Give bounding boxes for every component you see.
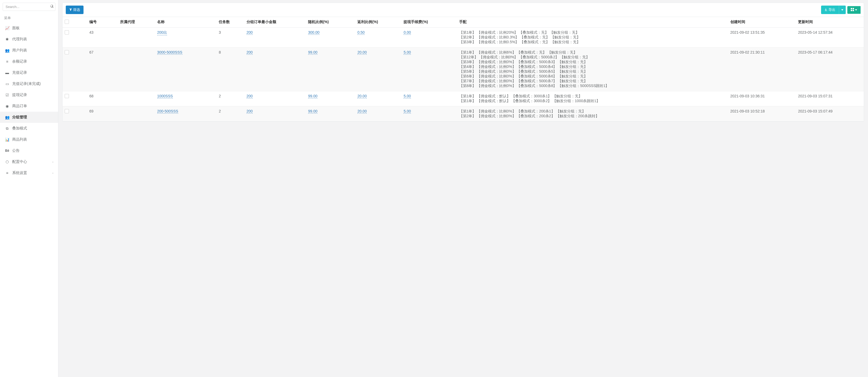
caret-down-icon xyxy=(855,9,857,10)
sidebar-item-users[interactable]: 👥 用户列表 xyxy=(0,45,58,56)
cell-name-link[interactable]: 200-500SSS xyxy=(157,109,178,114)
table-header-row: 编号 所属代理 名称 任务数 分组订单最小金额 随机比例(%) 返利比例(%) … xyxy=(63,17,864,28)
select-all-checkbox[interactable] xyxy=(65,20,69,24)
cell-min_amount-link[interactable]: 200 xyxy=(247,94,253,98)
cell-handmatch: 【第1单】 【佣金模式：比例20%】 【叠加模式：无】 【触发分组：无】 【第2… xyxy=(457,28,728,48)
export-dropdown-toggle[interactable] xyxy=(839,6,846,14)
sidebar-item-overlay[interactable]: ⧉ 叠加模式 xyxy=(0,123,58,134)
cell-random_pct-link[interactable]: 99.00 xyxy=(308,50,317,55)
svg-rect-3 xyxy=(852,10,854,11)
row-checkbox[interactable] xyxy=(65,30,69,34)
cell-name-link[interactable]: 200出 xyxy=(157,30,167,35)
cell-random_pct-link[interactable]: 99.00 xyxy=(308,109,317,114)
cell-fee_pct-link[interactable]: 5.00 xyxy=(404,50,411,55)
cell-created: 2021-09-03 10:36:31 xyxy=(728,91,796,106)
battery-icon: ▬ xyxy=(5,70,9,75)
sidebar-item-groups[interactable]: 👥 分组管理 xyxy=(0,112,58,123)
sidebar-item-settings[interactable]: ≡ 系统设置 ‹ xyxy=(0,167,58,178)
col-header-fee[interactable]: 提现手续费(%) xyxy=(401,17,457,28)
search-box[interactable] xyxy=(3,3,55,11)
be-icon: Bē xyxy=(5,149,9,152)
sidebar-item-dashboard[interactable]: 📈 面板 xyxy=(0,23,58,34)
cell-min_amount-link[interactable]: 200 xyxy=(247,50,253,55)
cell-tasks: 2 xyxy=(217,91,244,106)
sidebar-item-recharge[interactable]: ▬ 充值记录 xyxy=(0,67,58,78)
filter-button[interactable]: 筛选 xyxy=(66,6,84,14)
sidebar-item-label: 充值记录(未完成) xyxy=(12,82,40,86)
cell-fee_pct-link[interactable]: 5.00 xyxy=(404,94,411,98)
funnel-icon xyxy=(69,8,72,12)
sidebar-item-balance[interactable]: ≡ 余额记录 xyxy=(0,56,58,67)
sidebar-item-agents[interactable]: ✱ 代理列表 xyxy=(0,34,58,45)
col-header-handmatch[interactable]: 手配 xyxy=(457,17,728,28)
svg-rect-0 xyxy=(851,8,852,9)
sidebar-item-recharge-pending[interactable]: ▭ 充值记录(未完成) xyxy=(0,78,58,89)
sidebar-item-label: 公告 xyxy=(12,148,20,153)
sidebar-item-label: 充值记录 xyxy=(12,70,27,75)
gear-icon: ✱ xyxy=(5,37,9,41)
sidebar-item-products[interactable]: 📊 商品列表 xyxy=(0,134,58,145)
col-header-rebate[interactable]: 返利比例(%) xyxy=(355,17,401,28)
row-checkbox[interactable] xyxy=(65,94,69,98)
sidebar-item-label: 系统设置 xyxy=(12,171,27,175)
search-input[interactable] xyxy=(6,5,50,9)
cell-handmatch: 【第1单】 【佣金模式：比例6%】 【叠加模式：无】 【触发分组：无】 【第12… xyxy=(457,48,728,91)
col-header-id[interactable]: 编号 xyxy=(87,17,118,28)
col-header-agent[interactable]: 所属代理 xyxy=(118,17,155,28)
svg-rect-1 xyxy=(852,8,854,9)
sidebar-item-label: 提现记录 xyxy=(12,93,27,97)
cell-tasks: 2 xyxy=(217,106,244,121)
toolbar: 筛选 导出 xyxy=(63,3,864,17)
sidebar-item-orders[interactable]: ◉ 商品订单 xyxy=(0,100,58,112)
cell-min_amount-link[interactable]: 200 xyxy=(247,109,253,114)
cell-random_pct-link[interactable]: 99.00 xyxy=(308,94,317,98)
main-content: 筛选 导出 xyxy=(58,0,868,377)
cell-rebate_pct-link[interactable]: 20.00 xyxy=(358,94,367,98)
table-row: 69200-500SSS220099.0020.005.00【第1单】 【佣金模… xyxy=(63,106,864,121)
bars-icon: 📊 xyxy=(5,138,9,142)
cell-updated: 2021-09-03 15:07:31 xyxy=(796,91,864,106)
col-header-updated[interactable]: 更新时间 xyxy=(796,17,864,28)
row-checkbox[interactable] xyxy=(65,109,69,113)
cell-fee_pct-link[interactable]: 5.00 xyxy=(404,109,411,114)
data-panel: 筛选 导出 xyxy=(62,3,864,122)
sidebar-item-announce[interactable]: Bē 公告 xyxy=(0,145,58,156)
cell-handmatch: 【第1单】 【佣金模式：比例0%】 【叠加模式：200杀1】 【触发分组：无】 … xyxy=(457,106,728,121)
check-icon: ☑ xyxy=(5,93,9,97)
cell-name-link[interactable]: 1000SSS xyxy=(157,94,173,98)
chevron-left-icon: ‹ xyxy=(53,161,53,164)
sidebar-item-label: 商品订单 xyxy=(12,104,27,109)
col-header-random[interactable]: 随机比例(%) xyxy=(306,17,355,28)
cell-min_amount-link[interactable]: 200 xyxy=(247,30,253,35)
list-icon: ≡ xyxy=(5,59,9,64)
sidebar-item-config[interactable]: ⬡ 配置中心 ‹ xyxy=(0,156,58,167)
cell-name-link[interactable]: 3000-5000SSS xyxy=(157,50,182,55)
col-header-name[interactable]: 名称 xyxy=(155,17,217,28)
cell-random_pct-link[interactable]: 300.00 xyxy=(308,30,319,35)
chevron-left-icon: ‹ xyxy=(53,172,53,175)
filter-button-label: 筛选 xyxy=(73,7,80,12)
col-header-created[interactable]: 创建时间 xyxy=(728,17,796,28)
cell-rebate_pct-link[interactable]: 20.00 xyxy=(358,50,367,55)
row-checkbox[interactable] xyxy=(65,50,69,54)
cell-rebate_pct-link[interactable]: 20.00 xyxy=(358,109,367,114)
cell-fee_pct-link[interactable]: 0.00 xyxy=(404,30,411,35)
sidebar-item-label: 余额记录 xyxy=(12,59,27,64)
col-header-minamount[interactable]: 分组订单最小金额 xyxy=(244,17,306,28)
download-icon xyxy=(825,8,828,12)
cell-id: 68 xyxy=(87,91,118,106)
columns-button[interactable] xyxy=(847,6,861,14)
export-button[interactable]: 导出 xyxy=(821,6,839,14)
data-table: 编号 所属代理 名称 任务数 分组订单最小金额 随机比例(%) 返利比例(%) … xyxy=(63,17,864,121)
col-header-tasks[interactable]: 任务数 xyxy=(217,17,244,28)
cell-id: 69 xyxy=(87,106,118,121)
table-row: 43200出3200300.000.500.00【第1单】 【佣金模式：比例20… xyxy=(63,28,864,48)
sidebar-item-withdraw[interactable]: ☑ 提现记录 xyxy=(0,89,58,100)
folder-icon: ▭ xyxy=(5,82,9,86)
sidebar-item-label: 商品列表 xyxy=(12,137,27,142)
cell-rebate_pct-link[interactable]: 0.50 xyxy=(358,30,365,35)
chart-area-icon: 📈 xyxy=(5,26,9,30)
search-icon xyxy=(50,4,54,9)
cell-updated: 2021-09-03 15:07:49 xyxy=(796,106,864,121)
sidebar: 菜单 📈 面板 ✱ 代理列表 👥 用户列表 ≡ 余额记录 ▬ 充值记录 ▭ 充值… xyxy=(0,0,58,377)
